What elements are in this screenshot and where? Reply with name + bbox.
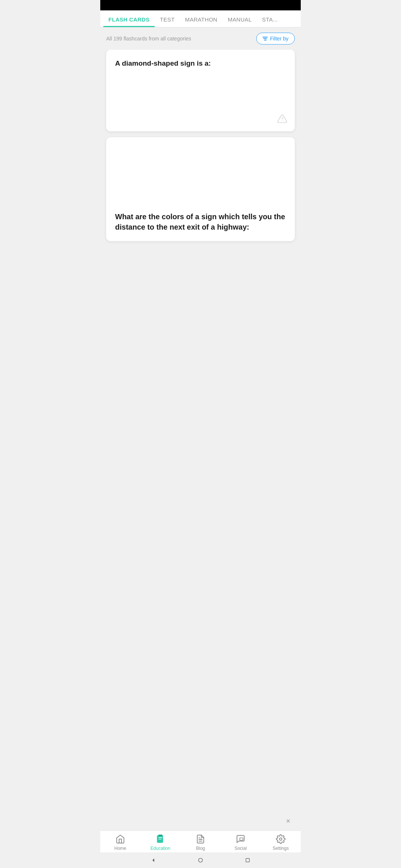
nav-item-home[interactable]: Home: [100, 834, 140, 851]
blog-icon: [195, 834, 206, 844]
svg-point-10: [280, 838, 282, 841]
tab-test[interactable]: TEST: [155, 10, 180, 27]
status-bar: [100, 0, 301, 10]
main-content: A diamond-shaped sign is a: What are the…: [100, 50, 301, 811]
back-button[interactable]: [150, 857, 157, 864]
filter-icon: [263, 37, 268, 40]
filter-bar: All 199 flashcards from all categories F…: [100, 27, 301, 50]
nav-item-blog[interactable]: Blog: [180, 834, 221, 851]
home-icon: [115, 834, 125, 844]
settings-icon: [276, 834, 286, 844]
svg-marker-11: [153, 858, 154, 862]
recents-button[interactable]: [244, 857, 251, 864]
tab-flash-cards[interactable]: FLASH CARDS: [103, 10, 155, 27]
education-label: Education: [150, 846, 170, 851]
settings-label: Settings: [273, 846, 288, 851]
tab-stats[interactable]: STA...: [257, 10, 283, 27]
tab-navigation: FLASH CARDS TEST MARATHON MANUAL STA...: [100, 10, 301, 27]
system-bar: [100, 852, 301, 868]
nav-item-social[interactable]: Social: [221, 834, 261, 851]
filter-button[interactable]: Filter by: [256, 33, 295, 45]
ad-close-button[interactable]: ×: [281, 814, 295, 828]
nav-item-education[interactable]: Education: [140, 834, 180, 851]
svg-rect-9: [240, 838, 243, 841]
social-label: Social: [235, 846, 247, 851]
nav-item-settings[interactable]: Settings: [261, 834, 301, 851]
svg-point-12: [199, 858, 203, 862]
tab-marathon[interactable]: MARATHON: [180, 10, 222, 27]
tab-manual[interactable]: MANUAL: [222, 10, 257, 27]
card-1-question: A diamond-shaped sign is a:: [115, 59, 286, 69]
home-label: Home: [114, 846, 126, 851]
bottom-nav: Home Education Blog: [100, 831, 301, 852]
svg-rect-13: [246, 858, 249, 862]
flashcard-count: All 199 flashcards from all categories: [106, 36, 191, 42]
education-icon: [155, 834, 166, 844]
card-2-question: What are the colors of a sign which tell…: [115, 211, 286, 232]
flash-card-1[interactable]: A diamond-shaped sign is a:: [106, 50, 295, 131]
social-icon: [235, 834, 246, 844]
blog-label: Blog: [196, 846, 205, 851]
ad-area: ×: [100, 811, 301, 831]
filter-label: Filter by: [270, 36, 288, 42]
home-button[interactable]: [197, 857, 204, 864]
svg-rect-5: [159, 835, 163, 836]
warning-icon: [277, 114, 287, 124]
flash-card-2[interactable]: What are the colors of a sign which tell…: [106, 137, 295, 241]
